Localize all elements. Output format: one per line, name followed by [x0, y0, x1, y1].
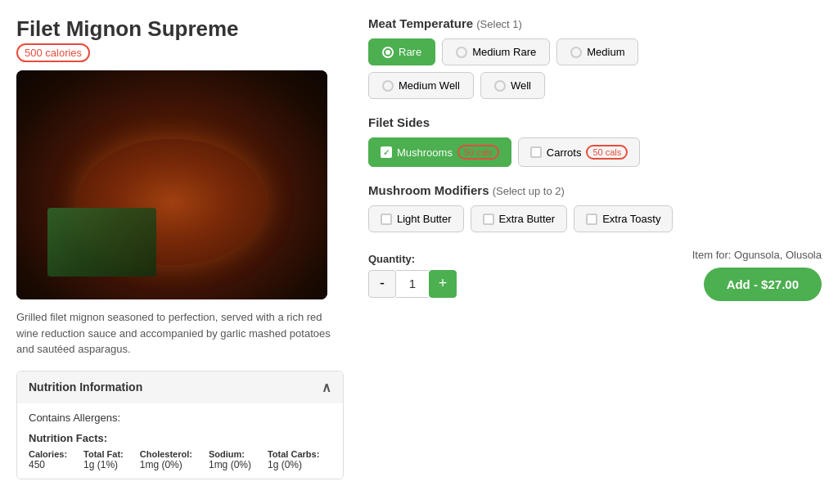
radio-medium-rare — [456, 47, 467, 58]
mushroom-modifier-options: Light Butter Extra Butter Extra Toasty — [368, 205, 822, 232]
option-medium-well-label: Medium Well — [399, 79, 460, 92]
nutrition-body: Contains Allergens: Nutrition Facts: Cal… — [17, 403, 343, 479]
carrots-cals: 50 cals — [586, 145, 628, 160]
fact-carbs-value: 1g (0%) — [268, 459, 319, 470]
meat-temperature-title: Meat Temperature (Select 1) — [368, 16, 822, 30]
radio-rare — [382, 47, 394, 58]
mushroom-modifiers-title: Mushroom Modifiers (Select up to 2) — [368, 183, 822, 197]
modifier-extra-butter[interactable]: Extra Butter — [471, 205, 568, 232]
option-medium-label: Medium — [587, 46, 624, 58]
chevron-up-icon: ∧ — [322, 380, 331, 395]
add-to-order-button[interactable]: Add - $27.00 — [704, 268, 822, 301]
checkbox-extra-butter — [483, 214, 494, 225]
quantity-label: Quantity: — [368, 253, 457, 265]
nutrition-section: Nutrition Information ∧ Contains Allerge… — [16, 371, 344, 479]
nutrition-header[interactable]: Nutrition Information ∧ — [17, 371, 343, 403]
side-carrots-label: Carrots — [547, 146, 582, 159]
fact-sodium-label: Sodium: — [209, 449, 251, 459]
modifier-extra-toasty[interactable]: Extra Toasty — [574, 205, 673, 232]
radio-well — [494, 80, 506, 92]
fact-cholesterol-value: 1mg (0%) — [140, 459, 192, 470]
allergens-row: Contains Allergens: — [29, 412, 331, 424]
allergens-label: Contains Allergens: — [29, 412, 120, 424]
steak-photo — [16, 70, 327, 299]
radio-medium — [570, 47, 582, 58]
fact-calories: Calories: 450 — [29, 449, 67, 470]
fact-cholesterol: Cholesterol: 1mg (0%) — [140, 449, 192, 470]
modifier-extra-toasty-label: Extra Toasty — [602, 213, 660, 225]
mushroom-modifiers-subtitle: (Select up to 2) — [493, 185, 565, 197]
option-rare[interactable]: Rare — [368, 38, 435, 65]
modifier-light-butter-label: Light Butter — [397, 213, 452, 225]
side-mushrooms[interactable]: Mushrooms 50 cals — [368, 137, 511, 167]
bottom-area: Quantity: - 1 + Item for: Ogunsola, Olus… — [368, 249, 822, 301]
checkbox-extra-toasty — [586, 214, 597, 225]
option-rare-label: Rare — [399, 46, 421, 58]
filet-sides-group: Filet Sides Mushrooms 50 cals Carrots 50… — [368, 115, 822, 167]
right-bottom: Item for: Ogunsola, Olusola Add - $27.00 — [692, 249, 822, 301]
calorie-badge: 500 calories — [16, 43, 90, 62]
meat-temperature-options-row2: Medium Well Well — [368, 72, 822, 99]
meat-temperature-group: Meat Temperature (Select 1) Rare Medium … — [368, 16, 822, 99]
modifier-extra-butter-label: Extra Butter — [499, 213, 556, 225]
right-panel: Meat Temperature (Select 1) Rare Medium … — [368, 16, 822, 479]
product-title: Filet Mignon Supreme — [16, 16, 344, 42]
left-panel: Filet Mignon Supreme 500 calories Grille… — [16, 16, 344, 479]
checkbox-carrots — [530, 146, 542, 158]
checkbox-light-butter — [381, 214, 392, 225]
nutrition-title: Nutrition Information — [29, 380, 142, 394]
product-image — [16, 70, 327, 299]
filet-sides-title: Filet Sides — [368, 115, 822, 129]
fact-calories-value: 450 — [29, 459, 67, 470]
filet-sides-options: Mushrooms 50 cals Carrots 50 cals — [368, 137, 822, 167]
meat-temperature-subtitle: (Select 1) — [476, 18, 522, 30]
meat-temperature-options: Rare Medium Rare Medium — [368, 38, 822, 65]
fact-cholesterol-label: Cholesterol: — [140, 449, 192, 459]
fact-sodium-value: 1mg (0%) — [209, 459, 251, 470]
fact-fat-value: 1g (1%) — [83, 459, 124, 470]
option-medium-rare[interactable]: Medium Rare — [442, 38, 550, 65]
fact-carbs-label: Total Carbs: — [268, 449, 319, 459]
modifier-light-butter[interactable]: Light Butter — [368, 205, 464, 232]
nutrition-facts-row: Calories: 450 Total Fat: 1g (1%) Cholest… — [29, 449, 331, 470]
option-well[interactable]: Well — [480, 72, 545, 99]
fact-fat: Total Fat: 1g (1%) — [83, 449, 124, 470]
mushroom-modifiers-group: Mushroom Modifiers (Select up to 2) Ligh… — [368, 183, 822, 232]
mushrooms-cals: 50 cals — [457, 145, 499, 160]
radio-medium-well — [382, 80, 394, 92]
quantity-area: Quantity: - 1 + — [368, 253, 457, 298]
fact-sodium: Sodium: 1mg (0%) — [209, 449, 251, 470]
option-medium-well[interactable]: Medium Well — [368, 72, 474, 99]
product-description: Grilled filet mignon seasoned to perfect… — [16, 309, 344, 358]
facts-label: Nutrition Facts: — [29, 432, 331, 444]
quantity-minus-button[interactable]: - — [368, 270, 396, 298]
fact-calories-label: Calories: — [29, 449, 67, 459]
option-well-label: Well — [511, 79, 531, 92]
checkbox-mushrooms — [381, 146, 392, 158]
side-mushrooms-label: Mushrooms — [397, 146, 453, 159]
fact-fat-label: Total Fat: — [83, 449, 124, 459]
option-medium-rare-label: Medium Rare — [472, 46, 536, 58]
side-carrots[interactable]: Carrots 50 cals — [518, 137, 640, 167]
option-medium[interactable]: Medium — [556, 38, 638, 65]
quantity-plus-button[interactable]: + — [429, 270, 457, 298]
quantity-value: 1 — [396, 270, 429, 298]
fact-carbs: Total Carbs: 1g (0%) — [268, 449, 319, 470]
item-for-label: Item for: Ogunsola, Olusola — [692, 249, 822, 261]
quantity-controls: - 1 + — [368, 270, 457, 298]
